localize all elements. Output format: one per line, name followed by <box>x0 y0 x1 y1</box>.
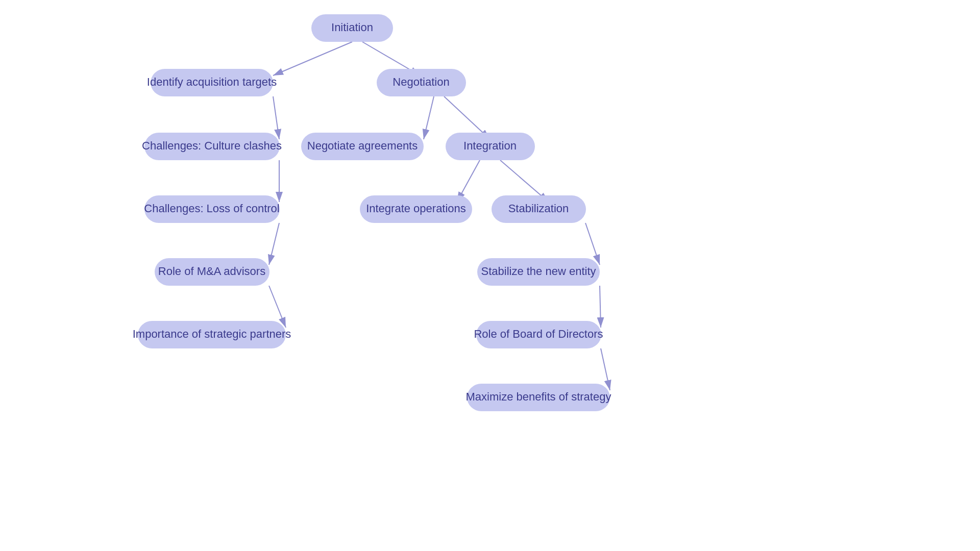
svg-line-5 <box>269 223 279 265</box>
stabilize-entity-label: Stabilize the new entity <box>481 265 596 278</box>
strategic-partners-label: Importance of strategic partners <box>133 328 291 340</box>
svg-line-3 <box>273 96 279 139</box>
loss-control-label: Challenges: Loss of control <box>144 202 279 215</box>
ma-advisors-label: Role of M&A advisors <box>158 265 265 278</box>
maximize-label: Maximize benefits of strategy <box>466 390 611 403</box>
negotiate-agreements-label: Negotiate agreements <box>307 139 418 152</box>
negotiation-label: Negotiation <box>393 76 449 88</box>
svg-line-7 <box>424 96 434 139</box>
integrate-ops-label: Integrate operations <box>366 202 466 215</box>
stabilization-label: Stabilization <box>508 202 569 215</box>
svg-line-1 <box>273 42 352 76</box>
initiation-label: Initiation <box>331 21 373 34</box>
culture-label: Challenges: Culture clashes <box>142 139 282 152</box>
identify-label: Identify acquisition targets <box>147 76 277 88</box>
svg-line-12 <box>600 286 601 328</box>
integration-label: Integration <box>463 139 517 152</box>
board-directors-label: Role of Board of Directors <box>474 328 603 340</box>
svg-line-13 <box>601 348 610 390</box>
